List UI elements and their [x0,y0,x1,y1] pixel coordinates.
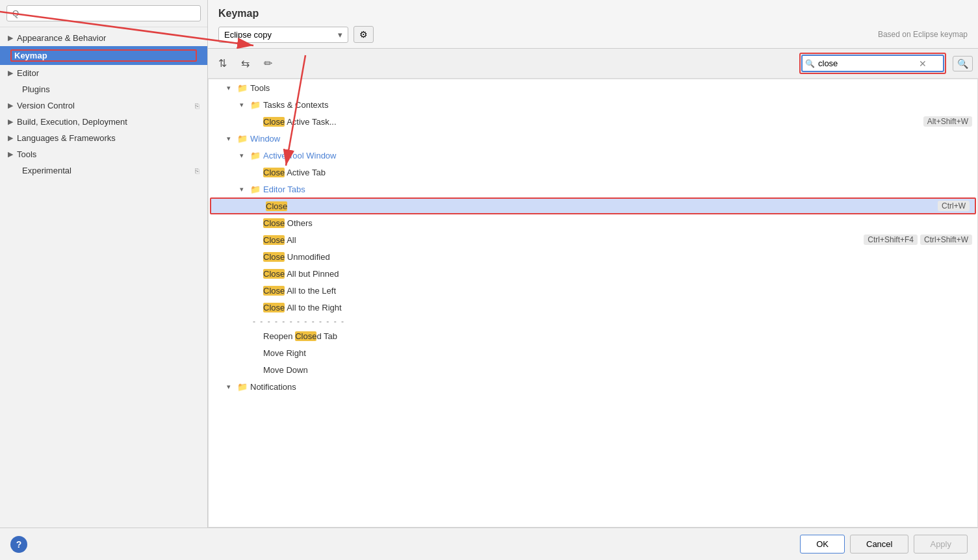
sidebar-item-keymap[interactable]: Keymap [0,46,207,65]
tree-label: Close Unmodified [263,252,972,262]
tree-label: Close All to the Right [263,303,972,312]
tree-item-tools[interactable]: ▾ 📁 Tools [209,79,977,96]
keymap-dropdown[interactable]: Eclipse copy ▾ [218,27,348,43]
edit-button[interactable]: ✏ [259,55,277,71]
sidebar-item-tools[interactable]: ▶ Tools [0,146,207,162]
sidebar-item-build[interactable]: ▶ Build, Execution, Deployment [0,114,207,130]
highlight-close: Close [263,168,285,177]
expand-all-button[interactable]: ⇅ [213,55,232,71]
chevron-right-icon: ▶ [8,101,13,110]
tree-item-close[interactable]: Close Ctrl+W [210,197,976,214]
page-title: Keymap [218,8,968,19]
expand-icon: ▾ [227,84,237,92]
tree-label: Editor Tabs [263,185,972,194]
sidebar-item-label: Editor [17,68,199,78]
tree-label: Close Others [263,218,972,228]
ok-button[interactable]: OK [800,535,845,554]
sidebar-item-label: Keymap [14,51,193,60]
tree-item-window[interactable]: ▾ 📁 Window [209,130,977,147]
tree-item-close-unmodified[interactable]: Close Unmodified [209,248,977,265]
tree-item-close-all-pinned[interactable]: Close All but Pinned [209,265,977,282]
separator: - - - - - - - - - - - - - [209,316,977,327]
tree-item-move-down[interactable]: Move Down [209,361,977,378]
tree-item-close-all[interactable]: Close All Ctrl+Shift+F4 Ctrl+Shift+W [209,231,977,248]
tree-label: Close All to the Left [263,286,972,296]
sidebar-search-input[interactable] [6,5,201,21]
highlight-close: Close [263,269,285,279]
highlight-close: Close [263,303,285,312]
expand-icon: ▾ [240,101,250,109]
tree-label: Tools [250,83,972,93]
sidebar-item-label: Languages & Frameworks [17,133,199,143]
sidebar-item-experimental[interactable]: Experimental ⎘ [0,162,207,179]
based-on-label: Based on Eclipse keymap [878,30,968,39]
chevron-right-icon: ▶ [8,118,13,126]
sidebar-item-version-control[interactable]: ▶ Version Control ⎘ [0,97,207,114]
tree-item-reopen-closed[interactable]: Reopen Closed Tab [209,327,977,344]
tree-item-tasks[interactable]: ▾ 📁 Tasks & Contexts [209,96,977,113]
sidebar-item-label: Plugins [22,84,199,94]
gear-button[interactable]: ⚙ [354,26,374,43]
tree-item-close-all-left[interactable]: Close All to the Left [209,282,977,299]
tree-item-editor-tabs[interactable]: ▾ 📁 Editor Tabs [209,181,977,197]
sidebar-item-plugins[interactable]: Plugins [0,81,207,97]
expand-icon: ▾ [240,185,250,194]
help-button[interactable]: ? [10,536,27,553]
tree-item-close-all-right[interactable]: Close All to the Right [209,299,977,316]
copy-icon: ⎘ [195,167,199,175]
folder-icon: 📁 [237,83,248,93]
sidebar-item-languages[interactable]: ▶ Languages & Frameworks [0,130,207,146]
chevron-right-icon: ▶ [8,150,13,159]
tree-label: Close Active Tab [263,168,972,177]
tree-label: Move Right [263,348,972,358]
highlight-close: Close [263,252,285,262]
content-panel: Keymap Eclipse copy ▾ ⚙ Based on Eclipse… [208,0,978,528]
sidebar-item-label: Appearance & Behavior [17,33,199,43]
folder-icon: 📁 [237,134,248,144]
footer: ? OK Cancel Apply [0,528,978,560]
keymap-value: Eclipse copy [224,30,338,40]
search-filter: 🔍 ✕ [799,53,946,74]
sidebar-item-appearance[interactable]: ▶ Appearance & Behavior [0,30,207,46]
footer-actions: OK Cancel Apply [800,535,968,554]
expand-icon: ▾ [227,134,237,143]
apply-button[interactable]: Apply [914,535,968,554]
shortcut-badge: Ctrl+W [938,201,970,211]
sidebar-nav: ▶ Appearance & Behavior Keymap ▶ Editor … [0,27,207,528]
tree-item-close-active-tab[interactable]: Close Active Tab [209,164,977,181]
folder-icon: 📁 [237,382,248,392]
tree-view[interactable]: ▾ 📁 Tools ▾ 📁 Tasks & Contexts Close Act… [208,79,978,528]
shortcut-badge-2: Ctrl+Shift+W [920,235,972,245]
folder-icon: 📁 [250,185,261,194]
highlight-close: Close [295,331,316,341]
content-header: Keymap Eclipse copy ▾ ⚙ Based on Eclipse… [208,0,978,49]
clear-search-icon[interactable]: ✕ [919,58,927,69]
dropdown-arrow-icon: ▾ [338,30,342,40]
sidebar-item-label: Version Control [17,101,195,110]
collapse-all-button[interactable]: ⇆ [236,55,255,71]
sidebar-item-editor[interactable]: ▶ Editor [0,65,207,81]
tree-label: Reopen Closed Tab [263,331,972,341]
highlight-close: Close [263,235,285,245]
tree-item-active-tool[interactable]: ▾ 📁 Active Tool Window [209,147,977,164]
shortcut-badge: Alt+Shift+W [923,116,972,127]
tree-item-close-others[interactable]: Close Others [209,214,977,231]
tree-item-move-right[interactable]: Move Right [209,344,977,361]
sidebar-item-label: Build, Execution, Deployment [17,117,199,127]
copy-icon: ⎘ [195,102,199,110]
sidebar: ▶ Appearance & Behavior Keymap ▶ Editor … [0,0,208,528]
tree-label: Notifications [250,382,972,392]
find-action-button[interactable]: 🔍 [953,56,973,71]
folder-icon: 📁 [250,100,261,110]
tree-item-notifications[interactable]: ▾ 📁 Notifications [209,378,977,395]
chevron-right-icon: ▶ [8,134,13,142]
main-layout: ▶ Appearance & Behavior Keymap ▶ Editor … [0,0,978,528]
sidebar-search-box [0,0,207,27]
tree-label: Close All but Pinned [263,269,972,279]
keymap-controls: Eclipse copy ▾ ⚙ Based on Eclipse keymap [218,26,968,43]
tree-label: Close [266,201,938,211]
chevron-right-icon: ▶ [8,69,13,77]
cancel-button[interactable]: Cancel [850,535,908,554]
highlight-close: Close [266,201,287,211]
tree-item-close-active-task[interactable]: Close Active Task... Alt+Shift+W [209,113,977,130]
